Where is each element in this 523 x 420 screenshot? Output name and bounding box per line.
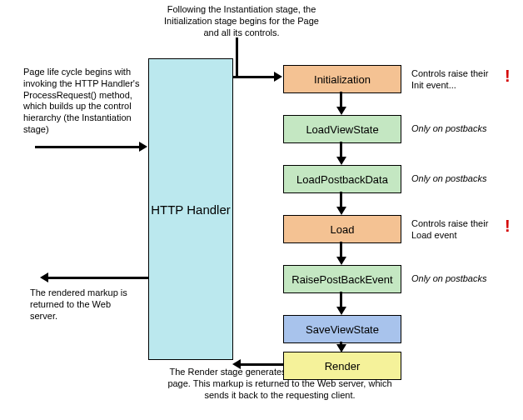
stage-label: LoadViewState xyxy=(306,123,378,136)
annotation-left-bottom: The rendered markup is returned to the W… xyxy=(30,288,138,322)
stage-label: Load xyxy=(331,223,355,236)
arrow-line xyxy=(340,192,342,207)
stage-initialization: Initialization xyxy=(283,65,401,93)
note-postback-3: Only on postbacks xyxy=(411,273,499,285)
diagram-canvas: Following the Instantiation stage, the I… xyxy=(0,0,523,420)
stage-raise-postback-event: RaisePostBackEvent xyxy=(283,265,401,293)
arrow-head-icon xyxy=(336,157,346,165)
exclamation-icon: ! xyxy=(505,67,511,86)
arrow-head-icon xyxy=(336,307,346,315)
stage-label: Render xyxy=(325,360,361,372)
arrow-line xyxy=(340,242,342,257)
arrow-head-icon xyxy=(40,272,48,282)
arrow-line xyxy=(35,146,139,148)
http-handler-label: HTTP Handler xyxy=(151,202,231,217)
stage-label: Initialization xyxy=(314,73,371,86)
stage-render: Render xyxy=(283,352,401,380)
http-handler-box: HTTP Handler xyxy=(148,58,233,360)
arrow-head-icon xyxy=(336,257,346,265)
arrow-head-icon xyxy=(336,207,346,215)
arrow-line xyxy=(340,142,342,157)
annotation-left-top: Page life cycle begins with invoking the… xyxy=(23,67,140,136)
arrow-line xyxy=(236,38,238,78)
stage-label: SaveViewState xyxy=(306,323,379,336)
arrow-line xyxy=(241,363,283,366)
arrow-line xyxy=(340,292,342,307)
stage-load-postback-data: LoadPostbackData xyxy=(283,165,401,193)
note-init: Controls raise their Init event... xyxy=(411,68,499,92)
stage-label: RaisePostBackEvent xyxy=(291,273,392,286)
note-postback-2: Only on postbacks xyxy=(411,173,499,185)
arrow-head-icon xyxy=(232,359,241,369)
note-postback-1: Only on postbacks xyxy=(411,123,499,135)
exclamation-icon: ! xyxy=(505,217,511,236)
stage-load: Load xyxy=(283,215,401,243)
arrow-line xyxy=(340,92,342,107)
arrow-line xyxy=(48,277,148,279)
note-load: Controls raise their Load event xyxy=(411,218,499,242)
arrow-head-icon xyxy=(336,107,346,115)
annotation-top: Following the Instantiation stage, the I… xyxy=(158,4,325,38)
arrow-head-icon xyxy=(139,142,147,152)
stage-load-view-state: LoadViewState xyxy=(283,115,401,143)
stage-label: LoadPostbackData xyxy=(296,173,388,186)
stage-save-view-state: SaveViewState xyxy=(283,315,401,343)
arrow-head-icon xyxy=(274,72,282,82)
arrow-line xyxy=(232,76,274,78)
arrow-head-icon xyxy=(336,344,346,352)
